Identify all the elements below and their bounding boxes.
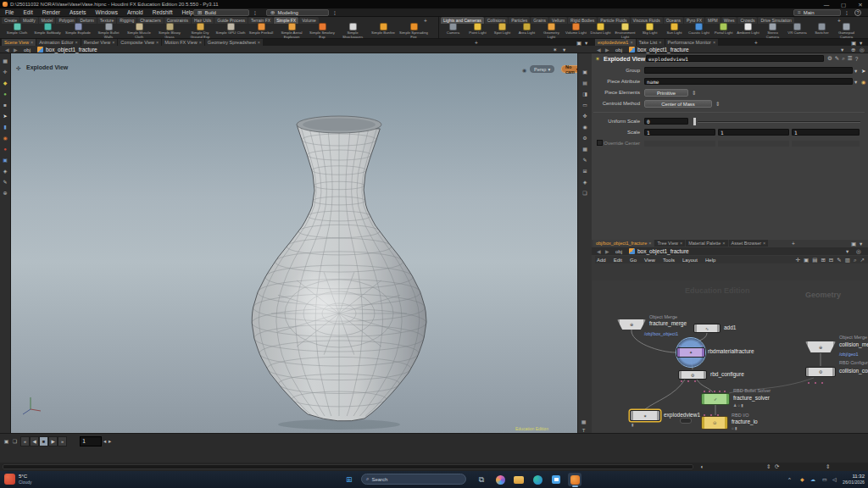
tool-icon[interactable]: ▣: [1, 155, 10, 164]
start-button[interactable]: ⊞: [346, 475, 353, 484]
menu-item[interactable]: Render: [41, 9, 62, 15]
tool-icon[interactable]: ✎: [1, 177, 10, 186]
network-menu-item[interactable]: Add: [595, 258, 608, 263]
shelf-tool[interactable]: Area Light: [515, 23, 539, 40]
menu-item[interactable]: File: [3, 9, 15, 15]
context-label[interactable]: obj: [24, 47, 31, 53]
network-toolbar-icon[interactable]: ⌕: [854, 257, 857, 263]
snapshot-icon[interactable]: ✶: [553, 47, 557, 53]
group-field[interactable]: [644, 67, 853, 74]
node-name-label[interactable]: rbd_configure: [710, 371, 744, 377]
shelf-tool[interactable]: Simple Cloth: [2, 23, 32, 40]
tool-icon[interactable]: ■: [1, 100, 10, 109]
copilot-icon[interactable]: [493, 473, 507, 486]
close-tab-icon[interactable]: ×: [648, 241, 651, 246]
file-explorer-icon[interactable]: [512, 473, 526, 486]
network-canvas[interactable]: Education Edition Geometry: [592, 280, 868, 450]
scene-viewport[interactable]: ✣ Exploded View ◉ Persp▾ No cam▾ Educati…: [11, 53, 577, 433]
forward-icon[interactable]: ▶: [12, 47, 19, 53]
refresh-icon[interactable]: ⟳: [775, 463, 779, 470]
clock-time[interactable]: 11:32: [843, 474, 865, 479]
tool-icon[interactable]: ▦: [1, 56, 10, 65]
tray-app-icon[interactable]: ◆: [800, 476, 804, 482]
network-toolbar-icon[interactable]: ▥: [845, 257, 850, 263]
tool-icon[interactable]: ➤: [1, 111, 10, 120]
node-name-label[interactable]: fracture_io: [732, 419, 758, 424]
network-dot[interactable]: [680, 418, 692, 424]
scale-y-field[interactable]: 1: [718, 129, 789, 136]
pane-tab[interactable]: Asset Browser×: [729, 240, 769, 247]
param-header-icon[interactable]: ⌕: [842, 55, 845, 62]
shelf-tool[interactable]: Simple Blowy Grass: [154, 23, 185, 40]
desktop-menu-dots[interactable]: ⁞: [254, 10, 256, 16]
network-toolbar-icon[interactable]: ▣: [804, 257, 809, 263]
network-menu-item[interactable]: Tools: [661, 258, 676, 263]
tool-icon[interactable]: ◈: [581, 177, 590, 186]
node-name-label[interactable]: collision_configure: [839, 368, 868, 374]
onedrive-icon[interactable]: ☁: [810, 476, 815, 482]
message-bubble-icon[interactable]: ◖: [700, 463, 704, 469]
menu-item[interactable]: Windows: [94, 9, 120, 15]
close-tab-icon[interactable]: ×: [199, 40, 202, 45]
network-toolbar-icon[interactable]: ▤: [812, 257, 817, 263]
close-tab-icon[interactable]: ×: [156, 40, 159, 45]
back-icon[interactable]: ◀: [595, 47, 603, 53]
param-dropdown-icon[interactable]: ▾: [841, 47, 843, 53]
shelf-tool[interactable]: Sun Light: [662, 23, 687, 40]
shelf-tool[interactable]: Simple Bullet Walls: [93, 23, 124, 40]
close-tab-icon[interactable]: ×: [258, 40, 260, 45]
slider-handle[interactable]: [693, 118, 696, 125]
weather-icon[interactable]: [4, 474, 15, 485]
close-tab-icon[interactable]: ×: [112, 40, 114, 45]
dropdown-icon[interactable]: ▾: [846, 248, 849, 255]
network-toolbar-icon[interactable]: ✎: [837, 257, 841, 263]
network-menu-item[interactable]: Help: [704, 258, 717, 263]
tool-icon[interactable]: ✎: [581, 155, 590, 164]
menu-item[interactable]: Redshift: [151, 9, 175, 15]
stop-button[interactable]: ■: [39, 436, 48, 446]
context-label[interactable]: obj: [615, 249, 622, 254]
go-start-button[interactable]: «: [20, 436, 30, 446]
tool-icon[interactable]: ◈: [1, 166, 10, 175]
view-options-icon[interactable]: ◉: [520, 65, 529, 75]
group-dropdown-icon[interactable]: ▾: [854, 68, 857, 75]
message-area[interactable]: [3, 464, 693, 469]
network-menu-item[interactable]: View: [643, 258, 657, 263]
close-tab-icon[interactable]: ×: [75, 40, 78, 45]
pane-tab[interactable]: obj/box_object1_fracture×: [593, 240, 654, 247]
shelf-tool[interactable]: Simple Smokey Exp: [307, 23, 337, 40]
node-add1[interactable]: ∿: [693, 324, 721, 333]
tool-icon[interactable]: ◆: [1, 78, 10, 87]
desktop-selector[interactable]: ⊞Build: [193, 9, 249, 16]
tool-icon[interactable]: ▮: [1, 122, 10, 131]
play-button[interactable]: ▶: [48, 436, 58, 446]
shelf-tool[interactable]: Switcher: [810, 23, 834, 40]
uniform-scale-slider[interactable]: [698, 121, 860, 123]
shelf-tool[interactable]: Gamepad Camera: [834, 23, 859, 40]
minimize-button[interactable]: —: [821, 2, 832, 8]
node-fracture-io[interactable]: ⊙: [701, 416, 728, 430]
pane-tab[interactable]: Animation Editor×: [36, 39, 81, 46]
pane-tab[interactable]: Composite View×: [118, 39, 161, 46]
shelf-tool[interactable]: Simple Bonfire: [368, 23, 398, 40]
help-icon[interactable]: ?: [854, 9, 861, 16]
network-menu-item[interactable]: Edit: [612, 258, 624, 263]
group-select-arrow-icon[interactable]: ➤: [861, 68, 865, 75]
shelf-tool[interactable]: Caustic Light: [687, 23, 711, 40]
pane-tab[interactable]: Take List×: [637, 39, 665, 46]
shelf-tool[interactable]: Simple Fireball: [246, 23, 276, 40]
vase-model[interactable]: [229, 59, 449, 432]
updown-icon[interactable]: ⇕: [766, 463, 771, 470]
shelf-tool[interactable]: Spot Light: [490, 23, 515, 40]
network-toolbar-icon[interactable]: ↗: [860, 257, 865, 263]
lamp-icon[interactable]: ◉: [861, 79, 865, 85]
piece-attribute-field[interactable]: name: [644, 78, 853, 85]
clock-date[interactable]: 26/01/2026: [835, 480, 865, 485]
pin-icon[interactable]: ◎: [856, 248, 861, 255]
tool-icon[interactable]: ✛: [1, 67, 10, 76]
layout-menu-dots[interactable]: ⁞: [846, 10, 848, 16]
weather-desc[interactable]: Cloudy: [19, 480, 32, 485]
scale-z-field[interactable]: 1: [792, 129, 860, 136]
shelf-tool[interactable]: Simple Dry Ground Exp: [185, 23, 215, 40]
updown-icon[interactable]: ⇕: [826, 463, 830, 470]
